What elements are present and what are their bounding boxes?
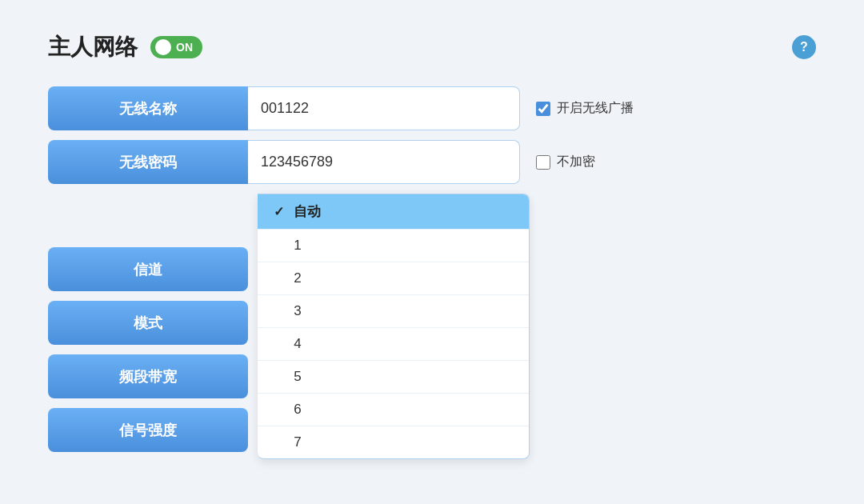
wireless-name-input[interactable] xyxy=(248,86,520,130)
channel-dropdown[interactable]: ✓ 自动 1 2 3 4 xyxy=(258,194,530,459)
page-container: 主人网络 ON ? 无线名称 开启无线广播 无线密码 不加密 xyxy=(0,0,864,504)
form-section: 无线名称 开启无线广播 无线密码 不加密 信道 模式 频段带宽 信 xyxy=(48,86,816,459)
wireless-broadcast-label: 开启无线广播 xyxy=(557,100,634,117)
empty-checkmark-4 xyxy=(274,337,284,351)
wireless-name-label: 无线名称 xyxy=(48,86,248,130)
wireless-password-row: 无线密码 不加密 xyxy=(48,140,816,184)
dropdown-item-6[interactable]: 6 xyxy=(258,394,529,426)
dropdown-option-4: 4 xyxy=(294,336,301,352)
signal-label: 信号强度 xyxy=(48,408,248,452)
wireless-password-input[interactable] xyxy=(248,140,520,184)
bandwidth-label: 频段带宽 xyxy=(48,354,248,398)
no-encryption-group: 不加密 xyxy=(536,154,595,170)
empty-checkmark-2 xyxy=(274,271,284,286)
wireless-name-row: 无线名称 开启无线广播 xyxy=(48,86,816,130)
channel-label: 信道 xyxy=(48,247,248,291)
checkmark-icon: ✓ xyxy=(274,204,284,219)
wireless-password-label: 无线密码 xyxy=(48,140,248,184)
dropdown-option-auto: 自动 xyxy=(294,202,321,221)
dropdown-item-2[interactable]: 2 xyxy=(258,262,529,295)
dropdown-item-4[interactable]: 4 xyxy=(258,328,529,361)
empty-checkmark-5 xyxy=(274,370,284,384)
wireless-broadcast-group: 开启无线广播 xyxy=(536,100,634,117)
dropdown-option-2: 2 xyxy=(294,270,301,286)
dropdown-item-1[interactable]: 1 xyxy=(258,230,529,262)
empty-checkmark-6 xyxy=(274,402,284,417)
empty-checkmark-7 xyxy=(274,435,284,450)
dropdown-option-3: 3 xyxy=(294,303,301,319)
no-encryption-label: 不加密 xyxy=(557,154,595,170)
dropdown-option-5: 5 xyxy=(294,369,301,385)
page-title: 主人网络 xyxy=(48,32,138,62)
toggle-circle xyxy=(155,39,171,55)
toggle-switch[interactable]: ON xyxy=(150,36,202,58)
mode-label: 模式 xyxy=(48,301,248,345)
no-encryption-checkbox[interactable] xyxy=(536,155,550,170)
wireless-broadcast-checkbox[interactable] xyxy=(536,102,550,116)
dropdown-option-6: 6 xyxy=(294,402,301,418)
dropdown-option-7: 7 xyxy=(294,434,301,450)
dropdown-item-3[interactable]: 3 xyxy=(258,295,529,328)
dropdown-item-auto[interactable]: ✓ 自动 xyxy=(258,194,529,230)
dropdown-option-1: 1 xyxy=(294,238,301,254)
side-labels: 信道 模式 频段带宽 信号强度 xyxy=(48,247,248,459)
dropdown-item-7[interactable]: 7 xyxy=(258,426,529,458)
toggle-label: ON xyxy=(176,41,193,54)
dropdown-item-5[interactable]: 5 xyxy=(258,361,529,394)
header-row: 主人网络 ON ? xyxy=(48,32,816,62)
empty-checkmark xyxy=(274,238,284,253)
help-icon[interactable]: ? xyxy=(792,35,816,59)
empty-checkmark-3 xyxy=(274,304,284,318)
multi-row-container: 信道 模式 频段带宽 信号强度 ✓ 自动 1 2 xyxy=(48,194,816,459)
